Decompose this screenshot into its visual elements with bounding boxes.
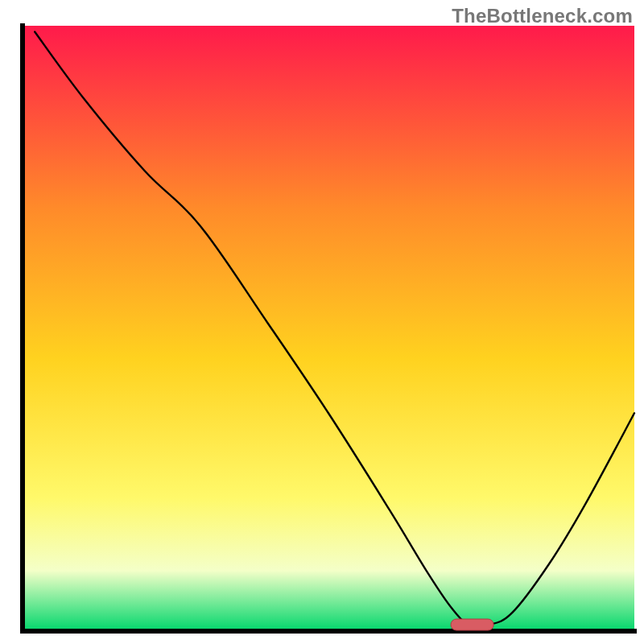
bottleneck-chart	[0, 0, 644, 644]
watermark-text: TheBottleneck.com	[452, 5, 633, 27]
plot-area	[23, 26, 634, 631]
optimal-range-marker	[451, 619, 493, 630]
chart-container: TheBottleneck.com	[0, 0, 644, 644]
gradient-background	[23, 26, 634, 631]
